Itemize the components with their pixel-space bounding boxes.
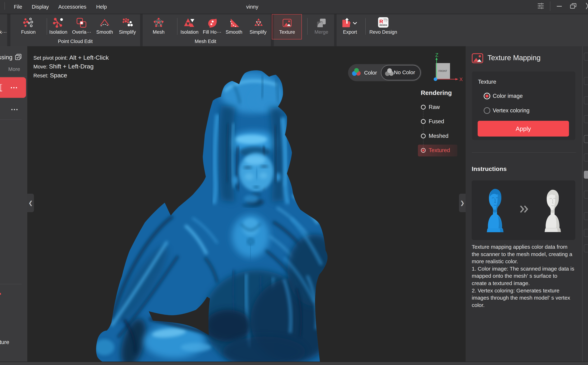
svg-text:X: X: [459, 77, 463, 82]
svg-text:FRONT: FRONT: [439, 70, 447, 72]
svg-text:R: R: [379, 18, 383, 24]
svg-text:DESIGN: DESIGN: [379, 24, 387, 26]
svg-text:Z: Z: [435, 52, 438, 58]
